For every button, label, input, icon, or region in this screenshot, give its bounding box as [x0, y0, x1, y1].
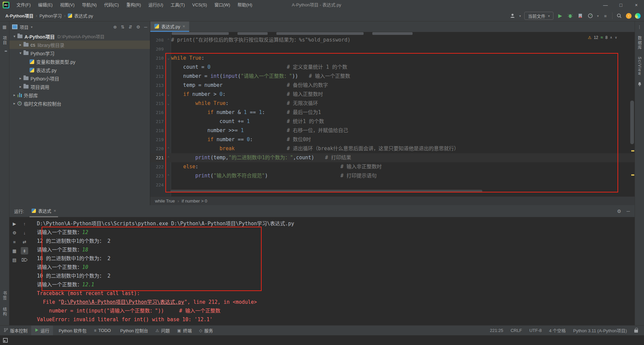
code-line-214[interactable]: 214⌄ if number > 0:# 输入正整数时 [150, 90, 635, 99]
run-console[interactable]: D:\Python\A-Python项目\cs\Scripts\python.e… [32, 217, 635, 325]
collapse-all-icon[interactable]: ⇵ [128, 24, 132, 30]
menu-item[interactable]: 代码(C) [100, 0, 122, 10]
code-line-221[interactable]: 221⌃ print(temp,"的二进制数中1的个数为：",count)# 打… [150, 153, 635, 162]
clear-icon[interactable]: ⌦ [21, 256, 28, 264]
menu-item[interactable]: 运行(U) [145, 0, 167, 10]
user-account-icon[interactable] [509, 12, 516, 19]
indent-size[interactable]: 4 个空格 [549, 327, 566, 334]
restore-layout-icon[interactable]: ▦ [11, 247, 18, 254]
code-line-218[interactable]: 218 number >>= 1# 右移一位，并赋值给自己 [150, 126, 635, 135]
tree-row-变量和数据类型.py[interactable]: 变量和数据类型.py [9, 57, 150, 66]
fold-marker-icon[interactable]: ⌃ [166, 153, 171, 162]
tree-chevron-icon[interactable]: ▾ [18, 51, 23, 55]
stripe-label-project[interactable]: 项目 [2, 36, 7, 45]
editor-scrollbar[interactable] [630, 101, 634, 144]
stripe-label-sciview[interactable]: SciView [637, 57, 642, 75]
scroll-down-icon[interactable]: ↓ [21, 229, 28, 236]
menu-item[interactable]: 窗口(W) [211, 0, 234, 10]
run-button[interactable]: ▶ [557, 12, 564, 19]
settings-icon[interactable]: ⚙ [136, 24, 140, 30]
prev-problem-icon[interactable]: ∧ [610, 36, 612, 39]
menu-item[interactable]: 帮助(H) [234, 0, 256, 10]
run-with-coverage-button[interactable] [577, 12, 584, 19]
tree-row-临时文件和控制台[interactable]: ▸临时文件和控制台 [9, 99, 150, 108]
fold-marker-icon[interactable]: ⌄ [166, 90, 171, 99]
run-settings-icon[interactable]: ⚙ [617, 209, 622, 214]
traceback-file-link[interactable]: D:\Python\A-Python项目\Python学习\表达式.py [61, 299, 184, 305]
code-line-222[interactable]: 222 else:# 输入非正整数时 [150, 162, 635, 171]
menu-item[interactable]: 视图(V) [56, 0, 78, 10]
close-run-tab-icon[interactable]: × [54, 208, 56, 213]
fold-marker-icon[interactable]: ⌃ [166, 36, 171, 45]
user-dropdown-caret-icon[interactable]: ▾ [519, 14, 521, 18]
more-icon[interactable]: ⋮ [637, 24, 642, 30]
code-line-215[interactable]: 215⌄ while True:# 无限次循环 [150, 99, 635, 108]
stop-icon[interactable]: ■ [11, 238, 18, 245]
locate-icon[interactable]: ⊕ [113, 24, 117, 30]
tool-window-button-Python 软件包[interactable]: Python 软件包 [53, 326, 90, 336]
fold-marker-icon[interactable]: ⌃ [166, 144, 171, 153]
tool-window-button-运行[interactable]: 运行 [31, 326, 53, 336]
code-line-213[interactable]: 213 temp = number# 备份输入的数字 [150, 81, 635, 90]
tab-expression-file[interactable]: 表达式.py × [150, 21, 189, 32]
tree-chevron-icon[interactable]: ▾ [12, 34, 17, 39]
code-line-220[interactable]: 220⌃ break# 退出循环（break什么意思后面会讲，这里只要知道他是退… [150, 144, 635, 153]
code-line-223[interactable]: 223⌃ print("输入的数不符合规范")# 打印提示语句 [150, 171, 635, 180]
tool-window-button-问题[interactable]: ⚠问题 [152, 326, 174, 336]
maximize-button[interactable]: □ [613, 0, 629, 10]
project-tool-icon[interactable]: ▦ [2, 24, 6, 30]
notifications-bell-icon[interactable] [637, 82, 642, 88]
menu-item[interactable]: 文件(F) [13, 0, 35, 10]
tree-row-cs[interactable]: ▸cslibrary根目录 [9, 41, 150, 49]
tool-window-button-终端[interactable]: ▣终端 [173, 326, 195, 336]
next-problem-icon[interactable]: ∨ [615, 36, 617, 39]
expand-icon[interactable]: ⇅ [121, 24, 124, 30]
tree-row-Python小项目[interactable]: ▸Python小项目 [9, 74, 150, 82]
soft-wrap-icon[interactable]: ⇄ [21, 238, 28, 245]
debug-button[interactable] [567, 12, 574, 19]
encoding[interactable]: UTF-8 [529, 328, 542, 333]
inspections-widget[interactable]: ⚠ 12 ≈ 8 ∧ ∨ [588, 35, 617, 40]
tree-chevron-icon[interactable]: ▸ [18, 76, 23, 80]
editor-breadcrumb-item[interactable]: if number > 0 [182, 198, 207, 204]
minimize-button[interactable]: — [598, 0, 613, 10]
close-tab-icon[interactable]: × [182, 24, 185, 29]
hide-run-panel-icon[interactable]: ─ [627, 209, 630, 214]
close-button[interactable]: × [629, 0, 644, 10]
breadcrumb-item[interactable]: A-Python项目 [5, 12, 34, 19]
line-separator[interactable]: CRLF [511, 328, 522, 333]
stripe-label-database[interactable]: 数据库 [637, 36, 642, 50]
code-line-211[interactable]: 211 count = 0# 定义变量统计 1 的个数 [150, 63, 635, 72]
tree-chevron-icon[interactable]: ▸ [18, 43, 23, 47]
code-line-210[interactable]: 210⌄while True: [150, 54, 635, 63]
settings-icon[interactable]: ⚙ [11, 229, 18, 236]
interpreter[interactable]: Python 3.11 (A-Python项目) [573, 327, 627, 334]
warning-stripe-mark[interactable] [631, 174, 634, 176]
editor-breadcrumb-item[interactable]: while True [155, 198, 175, 204]
tree-row-Python学习[interactable]: ▾Python学习 [9, 49, 150, 57]
fold-marker-icon[interactable]: ⌄ [166, 99, 171, 108]
code-line-208[interactable]: 208⌃# print("在对移位后的数字执行按位取反运算结果为：%s"%old… [150, 36, 635, 45]
breadcrumb-item[interactable]: 表达式.py [74, 12, 93, 19]
readonly-lock-icon[interactable] [634, 330, 638, 333]
code-line-219[interactable]: 219 if number == 0:# 数位0时 [150, 135, 635, 144]
menu-item[interactable]: 工具(T) [167, 0, 189, 10]
hide-icon[interactable]: ─ [144, 24, 147, 30]
project-view-dropdown-icon[interactable]: ▾ [31, 25, 33, 29]
run-tab-expression[interactable]: 表达式 × [30, 205, 58, 217]
rerun-icon[interactable]: ▶ [11, 220, 18, 227]
profiler-button[interactable] [587, 12, 594, 19]
menu-item[interactable]: 导航(N) [78, 0, 100, 10]
tree-row-A-Python项目[interactable]: ▾A-Python项目D:\Python\A-Python项目 [9, 32, 150, 41]
stripe-label-structure[interactable]: 结构 [2, 307, 7, 317]
update-available-icon[interactable]: ↑ [626, 13, 632, 19]
menu-item[interactable]: 编辑(E) [35, 0, 56, 10]
code-editor[interactable]: 208⌃# print("在对移位后的数字执行按位取反运算结果为：%s"%old… [150, 32, 635, 196]
run-configuration-selector[interactable]: 当前文件 ▾ [524, 12, 553, 20]
stripe-label-bookmarks[interactable]: 书签 [2, 291, 7, 300]
tree-row-项目调用[interactable]: ▸项目调用 [9, 82, 150, 91]
code-with-me-icon[interactable] [635, 13, 641, 19]
tool-window-button-版本控制[interactable]: 版本控制 [0, 326, 31, 336]
warning-stripe-mark[interactable] [631, 150, 634, 152]
code-line-224[interactable]: 224 [150, 180, 635, 189]
